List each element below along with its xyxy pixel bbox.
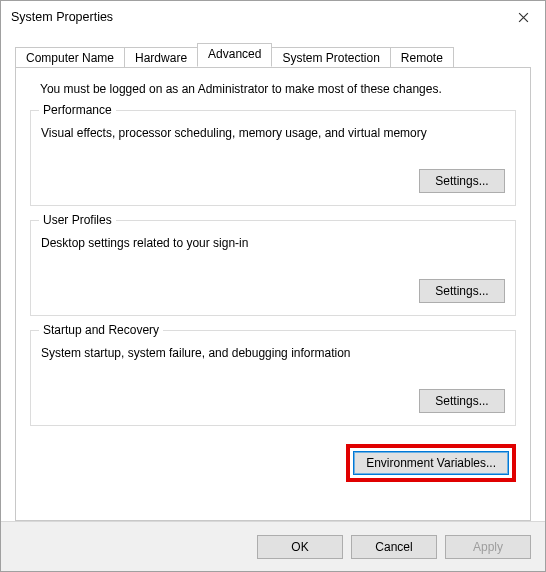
env-variables-highlight: Environment Variables...	[346, 444, 516, 482]
admin-notice: You must be logged on as an Administrato…	[40, 82, 514, 96]
group-startup-recovery: Startup and Recovery System startup, sys…	[30, 330, 516, 426]
group-user-profiles-buttons: Settings...	[41, 279, 505, 303]
titlebar: System Properties	[1, 1, 545, 33]
close-button[interactable]	[501, 1, 545, 33]
group-performance-legend: Performance	[39, 103, 116, 117]
dialog-body: Computer Name Hardware Advanced System P…	[1, 33, 545, 521]
group-startup-recovery-desc: System startup, system failure, and debu…	[41, 345, 505, 361]
tab-advanced[interactable]: Advanced	[197, 43, 272, 67]
tab-computer-name[interactable]: Computer Name	[15, 47, 125, 68]
tab-hardware[interactable]: Hardware	[124, 47, 198, 68]
tab-remote[interactable]: Remote	[390, 47, 454, 68]
performance-settings-button[interactable]: Settings...	[419, 169, 505, 193]
group-performance-desc: Visual effects, processor scheduling, me…	[41, 125, 505, 141]
group-startup-recovery-legend: Startup and Recovery	[39, 323, 163, 337]
tab-strip: Computer Name Hardware Advanced System P…	[15, 43, 531, 67]
tab-system-protection[interactable]: System Protection	[271, 47, 390, 68]
group-user-profiles-desc: Desktop settings related to your sign-in	[41, 235, 505, 251]
group-performance-buttons: Settings...	[41, 169, 505, 193]
startup-recovery-settings-button[interactable]: Settings...	[419, 389, 505, 413]
system-properties-window: System Properties Computer Name Hardware…	[0, 0, 546, 572]
window-title: System Properties	[11, 10, 501, 24]
tab-content-advanced: You must be logged on as an Administrato…	[15, 67, 531, 521]
group-user-profiles: User Profiles Desktop settings related t…	[30, 220, 516, 316]
environment-variables-button[interactable]: Environment Variables...	[353, 451, 509, 475]
apply-button[interactable]: Apply	[445, 535, 531, 559]
dialog-button-bar: OK Cancel Apply	[1, 521, 545, 571]
group-performance: Performance Visual effects, processor sc…	[30, 110, 516, 206]
ok-button[interactable]: OK	[257, 535, 343, 559]
close-icon	[518, 12, 529, 23]
group-user-profiles-legend: User Profiles	[39, 213, 116, 227]
cancel-button[interactable]: Cancel	[351, 535, 437, 559]
env-variables-row: Environment Variables...	[30, 444, 516, 482]
user-profiles-settings-button[interactable]: Settings...	[419, 279, 505, 303]
group-startup-recovery-buttons: Settings...	[41, 389, 505, 413]
